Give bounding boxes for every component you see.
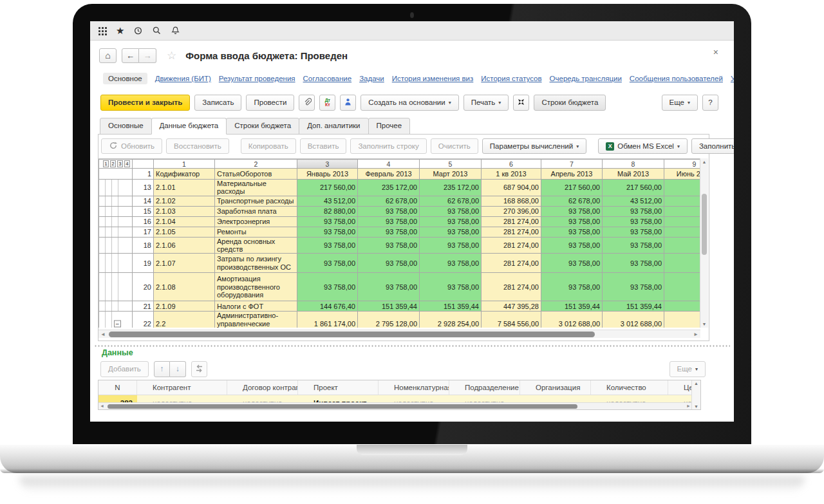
add-button[interactable]: Добавить bbox=[100, 361, 149, 377]
grid-cell-value[interactable]: 82 bbox=[664, 206, 701, 216]
calc-params-button[interactable]: Параметры вычислений▾ bbox=[482, 138, 586, 154]
grid-cell-value[interactable]: 62 678,00 bbox=[541, 196, 603, 206]
group-level-1-button[interactable]: 1 bbox=[103, 160, 109, 167]
grid-cell-value[interactable]: 43 512,00 bbox=[297, 196, 358, 206]
grid-cell-value[interactable]: 93 758,00 bbox=[297, 227, 358, 237]
grid-cell-value[interactable]: 93 758,00 bbox=[420, 227, 482, 237]
data-more-button[interactable]: Еще▾ bbox=[670, 361, 706, 377]
nav-item-approval[interactable]: Согласование bbox=[303, 75, 352, 82]
grid-cell-value[interactable]: 151 359,44 bbox=[603, 301, 664, 312]
column-header[interactable]: Контрагент bbox=[137, 380, 227, 395]
header-quarter[interactable]: 1 кв 2013 bbox=[482, 169, 541, 180]
column-number[interactable]: 1 bbox=[154, 160, 215, 169]
grid-cell-code[interactable]: 2.1.08 bbox=[154, 273, 215, 301]
data-vertical-scrollbar[interactable]: ▲ ▼ bbox=[691, 380, 700, 409]
grid-cell-value[interactable]: 43 bbox=[664, 196, 701, 206]
grid-cell-value[interactable]: 93 758,00 bbox=[297, 216, 358, 227]
grid-row-number[interactable]: 19 bbox=[133, 254, 154, 273]
column-number[interactable]: 9 bbox=[664, 160, 701, 169]
grid-row-number[interactable]: 21 bbox=[133, 301, 154, 312]
scroll-up-icon[interactable]: ▲ bbox=[692, 381, 700, 386]
grid-cell-value[interactable]: 93 758,00 bbox=[603, 206, 664, 216]
group-level-2-button[interactable]: 2 bbox=[110, 160, 116, 167]
grid-cell-code[interactable]: 2.1.01 bbox=[154, 180, 215, 196]
nav-item-user-messages[interactable]: Сообщения пользователей bbox=[630, 75, 723, 82]
grid-cell-article[interactable]: Затраты по лизингу производственных ОС bbox=[215, 254, 297, 273]
collapse-groups-button[interactable] bbox=[513, 95, 529, 111]
grid-cell-value[interactable]: 93 758,00 bbox=[420, 273, 482, 301]
grid-cell-code[interactable]: 2.1.09 bbox=[154, 301, 215, 312]
nav-item-visa-history[interactable]: История изменения виз bbox=[392, 75, 474, 82]
scrollbar-thumb[interactable] bbox=[109, 331, 595, 337]
grid-cell-value[interactable]: 217 560,00 bbox=[603, 180, 664, 196]
grid-cell-value[interactable]: 93 758,00 bbox=[358, 237, 420, 254]
grid-cell-code[interactable]: 2.1.03 bbox=[154, 206, 215, 216]
grid-row-number[interactable]: 15 bbox=[133, 206, 154, 216]
attachments-button[interactable] bbox=[299, 95, 315, 111]
grid-cell-value[interactable]: 43 512,00 bbox=[603, 196, 664, 206]
grid-cell-article[interactable]: Налоги с ФОТ bbox=[215, 301, 297, 312]
grid-cell-value[interactable]: 3 012 688,00 bbox=[603, 312, 664, 328]
back-button[interactable]: ← bbox=[122, 48, 139, 63]
save-button[interactable]: Записать bbox=[194, 95, 241, 111]
grid-cell-value[interactable]: 93 758,00 bbox=[603, 273, 664, 301]
nav-item-movements[interactable]: Движения (БИТ) bbox=[155, 75, 211, 82]
refresh-button[interactable]: Обновить bbox=[101, 138, 162, 154]
paste-button[interactable]: Вставить bbox=[300, 138, 347, 154]
scroll-down-icon[interactable]: ▼ bbox=[692, 404, 700, 409]
grid-cell-value[interactable]: 144 bbox=[664, 301, 701, 312]
grid-row-number[interactable]: 16 bbox=[133, 216, 154, 227]
grid-cell-value[interactable]: 93 758,00 bbox=[358, 227, 420, 237]
column-number[interactable]: 8 bbox=[603, 160, 664, 169]
grid-cell-article[interactable]: Электроэнергия bbox=[215, 216, 297, 227]
grid-cell-value[interactable]: 281 274,00 bbox=[482, 273, 541, 301]
column-header[interactable]: Организация bbox=[520, 380, 591, 395]
grid-cell-value[interactable]: 93 bbox=[664, 216, 701, 227]
column-number[interactable]: 3 bbox=[297, 160, 358, 169]
header-month[interactable]: Май 2013 bbox=[603, 169, 664, 180]
grid-vertical-scrollbar[interactable]: ▲ ▼ bbox=[700, 158, 708, 328]
column-number[interactable]: 4 bbox=[358, 160, 420, 169]
column-number[interactable]: 2 bbox=[215, 160, 297, 169]
grid-cell-value[interactable]: 93 758,00 bbox=[603, 227, 664, 237]
grid-cell-value[interactable]: 235 172,00 bbox=[358, 180, 420, 196]
column-number[interactable]: 7 bbox=[541, 160, 603, 169]
scroll-left-icon[interactable]: ◄ bbox=[100, 404, 104, 408]
header-month[interactable]: Январь 2013 bbox=[297, 169, 358, 180]
notifications-bell-icon[interactable] bbox=[171, 26, 180, 35]
collapse-group-icon[interactable]: − bbox=[114, 320, 121, 327]
more-button[interactable]: Еще▾ bbox=[662, 95, 698, 111]
grid-row-number[interactable]: 14 bbox=[133, 196, 154, 206]
grid-cell-value[interactable]: 93 758,00 bbox=[541, 216, 603, 227]
grid-cell-value[interactable]: 93 bbox=[664, 237, 701, 254]
column-header[interactable]: Номенклатурная г... bbox=[379, 380, 449, 395]
grid-cell-value[interactable]: 93 758,00 bbox=[420, 206, 482, 216]
grid-cell-value[interactable]: 93 758,00 bbox=[358, 254, 420, 273]
grid-row-number[interactable]: 13 bbox=[133, 180, 154, 196]
fill-button[interactable]: Заполнить▾ bbox=[691, 138, 734, 154]
scroll-up-icon[interactable]: ▲ bbox=[700, 160, 708, 164]
nav-item-tasks[interactable]: Задачи bbox=[359, 75, 384, 82]
search-icon[interactable] bbox=[152, 26, 162, 35]
forward-button[interactable]: → bbox=[139, 48, 156, 63]
grid-cell-code[interactable]: 2.2 bbox=[154, 312, 215, 328]
grid-cell-value[interactable]: 7 584 556,00 bbox=[482, 312, 541, 328]
help-button[interactable]: ? bbox=[702, 95, 718, 111]
print-button[interactable]: Печать▾ bbox=[464, 95, 509, 111]
grid-cell-value[interactable]: 144 676,40 bbox=[297, 301, 358, 312]
grid-row-number[interactable]: 20 bbox=[133, 273, 154, 301]
nav-item-set-visas[interactable]: Установленные визы bbox=[731, 75, 734, 82]
nav-item-main[interactable]: Основное bbox=[103, 73, 147, 84]
grid-cell-article[interactable]: Аренда основных средств bbox=[215, 237, 297, 254]
post-button[interactable]: Провести bbox=[246, 95, 294, 111]
grid-cell-value[interactable]: 93 758,00 bbox=[297, 254, 358, 273]
scrollbar-thumb[interactable] bbox=[108, 404, 577, 409]
tab-other[interactable]: Прочее bbox=[368, 118, 411, 135]
clear-button[interactable]: Очистить bbox=[431, 138, 478, 154]
grid-cell-value[interactable]: 151 359,44 bbox=[420, 301, 482, 312]
grid-cell-value[interactable]: 93 758,00 bbox=[420, 237, 482, 254]
dt-kt-postings-button[interactable]: ДтКт bbox=[319, 95, 335, 111]
grid-cell-value[interactable]: 93 758,00 bbox=[603, 216, 664, 227]
sort-button[interactable] bbox=[191, 361, 207, 377]
grid-cell-value[interactable]: 93 758,00 bbox=[603, 254, 664, 273]
